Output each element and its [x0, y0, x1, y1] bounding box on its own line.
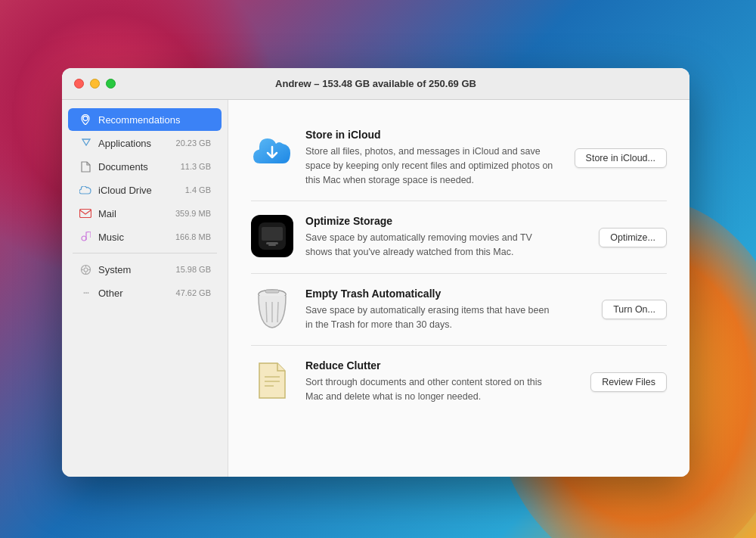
applications-icon: [79, 136, 92, 150]
window-body: Recommendations Applications 20.23 GB: [62, 100, 689, 477]
recommendations-label: Recommendations: [98, 114, 211, 126]
icloud-action-button[interactable]: Store in iCloud...: [575, 148, 667, 168]
svg-rect-11: [268, 244, 276, 246]
sidebar-item-icloud-drive[interactable]: iCloud Drive 1.4 GB: [68, 179, 222, 201]
sidebar-item-other[interactable]: ··· Other 47.62 GB: [68, 281, 222, 304]
main-content: Store in iCloud Store all files, photos,…: [228, 100, 689, 477]
icloud-card-desc: Store all files, photos, and messages in…: [305, 145, 555, 187]
optimize-card-body: Optimize Storage Save space by automatic…: [305, 215, 584, 260]
clutter-card-body: Reduce Clutter Sort through documents an…: [305, 359, 575, 404]
applications-label: Applications: [98, 138, 176, 149]
icloud-drive-size: 1.4 GB: [185, 185, 211, 194]
music-label: Music: [98, 232, 175, 243]
optimize-recommendation-card: Optimize Storage Save space by automatic…: [251, 201, 667, 274]
trash-card-icon: [251, 288, 293, 330]
sidebar-divider: [73, 253, 217, 253]
optimize-card-desc: Save space by automatically removing mov…: [305, 231, 555, 260]
music-icon: [79, 230, 92, 244]
document-card-icon: [251, 359, 293, 402]
trash-recommendation-card: Empty Trash Automatically Save space by …: [251, 274, 667, 347]
maximize-button[interactable]: [106, 79, 116, 89]
trash-card-title: Empty Trash Automatically: [305, 288, 587, 300]
other-size: 47.62 GB: [176, 288, 211, 297]
music-size: 166.8 MB: [175, 232, 211, 241]
optimize-card-action: Optimize...: [599, 228, 667, 247]
sidebar-item-applications[interactable]: Applications 20.23 GB: [68, 132, 222, 154]
trash-card-action: Turn On...: [602, 300, 667, 319]
minimize-button[interactable]: [90, 79, 100, 89]
window-title: Andrew – 153.48 GB available of 250.69 G…: [275, 78, 476, 89]
mail-size: 359.9 MB: [175, 209, 211, 218]
mail-label: Mail: [98, 208, 175, 219]
trash-card-body: Empty Trash Automatically Save space by …: [305, 288, 587, 332]
svg-line-14: [266, 302, 267, 322]
clutter-card-desc: Sort through documents and other content…: [305, 375, 555, 404]
clutter-action-button[interactable]: Review Files: [590, 372, 667, 392]
other-label: Other: [98, 288, 176, 299]
trash-action-button[interactable]: Turn On...: [602, 300, 667, 319]
appletv-card-icon: [251, 215, 293, 257]
svg-point-3: [84, 268, 88, 272]
system-icon: [79, 263, 92, 276]
icloud-card-title: Store in iCloud: [305, 129, 559, 141]
sidebar-item-music[interactable]: Music 166.8 MB: [68, 225, 222, 248]
svg-rect-1: [80, 210, 91, 218]
svg-rect-9: [262, 227, 283, 241]
trash-card-desc: Save space by automatically erasing item…: [305, 303, 555, 332]
svg-rect-10: [266, 242, 278, 244]
icloud-drive-label: iCloud Drive: [98, 185, 185, 196]
icloud-card-icon: [251, 129, 293, 171]
system-size: 15.98 GB: [176, 265, 211, 274]
svg-line-16: [277, 302, 278, 322]
clutter-recommendation-card: Reduce Clutter Sort through documents an…: [251, 346, 667, 418]
clutter-card-action: Review Files: [590, 372, 667, 392]
documents-label: Documents: [98, 161, 181, 173]
other-icon: ···: [79, 286, 92, 300]
optimize-action-button[interactable]: Optimize...: [599, 228, 667, 247]
icloud-recommendation-card: Store in iCloud Store all files, photos,…: [251, 115, 667, 201]
system-label: System: [98, 264, 176, 275]
documents-size: 11.3 GB: [181, 162, 211, 171]
icloud-card-action: Store in iCloud...: [575, 148, 667, 168]
sidebar-item-documents[interactable]: Documents 11.3 GB: [68, 155, 222, 178]
sidebar-item-recommendations[interactable]: Recommendations: [68, 108, 222, 131]
mail-icon: [79, 207, 92, 220]
location-icon: [79, 113, 92, 126]
sidebar-item-system[interactable]: System 15.98 GB: [68, 258, 222, 281]
traffic-lights: [74, 79, 116, 89]
sidebar: Recommendations Applications 20.23 GB: [62, 100, 228, 477]
applications-size: 20.23 GB: [176, 138, 211, 148]
svg-point-0: [83, 117, 88, 121]
sidebar-item-mail[interactable]: Mail 359.9 MB: [68, 202, 222, 225]
storage-window: Andrew – 153.48 GB available of 250.69 G…: [62, 68, 689, 477]
optimize-card-title: Optimize Storage: [305, 215, 584, 227]
documents-icon: [79, 160, 92, 173]
clutter-card-title: Reduce Clutter: [305, 359, 575, 372]
icloud-sidebar-icon: [79, 183, 92, 197]
titlebar: Andrew – 153.48 GB available of 250.69 G…: [62, 68, 689, 100]
close-button[interactable]: [74, 79, 84, 89]
svg-rect-17: [265, 290, 279, 293]
icloud-card-body: Store in iCloud Store all files, photos,…: [305, 129, 559, 187]
